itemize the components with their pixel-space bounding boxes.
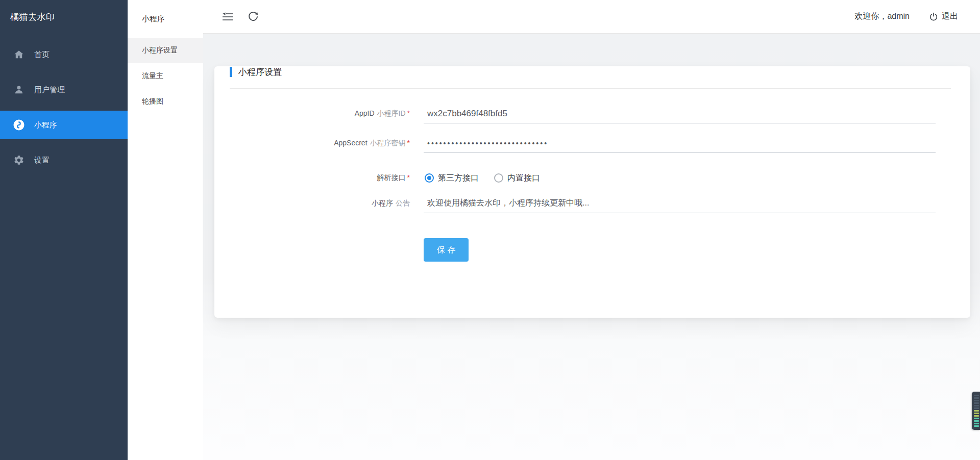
radio-selected-icon[interactable] [425, 173, 434, 183]
welcome-text: 欢迎你，admin [854, 11, 910, 22]
content-area: 小程序设置 AppID小程序ID* wx2c7bb469f48fbfd5 [203, 34, 980, 460]
form-row-appsecret: AppSecret小程序密钥* ••••••••••••••••••••••••… [230, 134, 951, 153]
required-asterisk: * [407, 139, 410, 147]
user-icon [12, 83, 26, 96]
radio-option-third-party[interactable]: 第三方接口 [425, 173, 479, 184]
submenu: 小程序 小程序设置 流量主 轮播图 [128, 0, 203, 460]
topbar: 欢迎你，admin 退出 [203, 0, 980, 34]
parse-api-radio-group: 第三方接口 内置接口 [424, 168, 936, 188]
appid-label: AppID小程序ID* [230, 109, 410, 118]
collapse-sidebar-icon[interactable] [222, 12, 233, 21]
sidebar-item-users[interactable]: 用户管理 [0, 75, 128, 104]
notice-input[interactable]: 欢迎使用橘猫去水印，小程序持续更新中哦... [424, 194, 936, 213]
page-title: 小程序设置 [238, 66, 282, 78]
submenu-header: 小程序 [128, 0, 203, 38]
settings-card: 小程序设置 AppID小程序ID* wx2c7bb469f48fbfd5 [214, 66, 970, 318]
sidebar-item-label: 首页 [34, 50, 50, 60]
form-row-appid: AppID小程序ID* wx2c7bb469f48fbfd5 [230, 104, 951, 123]
radio-unselected-icon[interactable] [494, 173, 503, 183]
notice-label: 小程序公告 [230, 199, 410, 208]
title-accent-bar [230, 67, 232, 77]
appid-value: wx2c7bb469f48fbfd5 [427, 109, 507, 119]
appsecret-value: •••••••••••••••••••••••••••••• [427, 139, 548, 147]
form-row-notice: 小程序公告 欢迎使用橘猫去水印，小程序持续更新中哦... [230, 194, 951, 213]
app-logo: 橘猫去水印 [0, 0, 128, 34]
scroll-widget [972, 392, 980, 430]
refresh-icon[interactable] [248, 11, 259, 22]
sidebar-item-home[interactable]: 首页 [0, 40, 128, 69]
sidebar: 橘猫去水印 首页 用户管理 [0, 0, 128, 460]
settings-form: AppID小程序ID* wx2c7bb469f48fbfd5 AppSecret… [230, 104, 951, 262]
title-divider [230, 88, 951, 89]
sidebar-item-miniprogram[interactable]: 小程序 [0, 111, 128, 139]
main-area: 欢迎你，admin 退出 小程序设置 [203, 0, 980, 460]
power-icon [929, 12, 938, 21]
save-button[interactable]: 保 存 [424, 238, 469, 262]
sidebar-item-label: 设置 [34, 156, 50, 165]
form-row-parse-api: 解析接口* 第三方接口 内置接口 [230, 168, 951, 188]
app-root: 橘猫去水印 首页 用户管理 [0, 0, 980, 460]
miniprogram-icon [12, 118, 26, 132]
gear-icon [12, 154, 26, 167]
appsecret-label: AppSecret小程序密钥* [230, 139, 410, 148]
logout-label: 退出 [942, 11, 958, 22]
logout-button[interactable]: 退出 [929, 11, 958, 22]
radio-option-builtin[interactable]: 内置接口 [494, 173, 540, 184]
parse-api-label: 解析接口* [230, 173, 410, 183]
card-title: 小程序设置 [230, 66, 951, 78]
notice-value: 欢迎使用橘猫去水印，小程序持续更新中哦... [427, 198, 589, 209]
submenu-item-miniprogram-settings[interactable]: 小程序设置 [128, 38, 203, 63]
sidebar-item-label: 用户管理 [34, 85, 65, 95]
required-asterisk: * [407, 109, 410, 117]
sidebar-item-settings[interactable]: 设置 [0, 146, 128, 174]
home-icon [12, 48, 26, 61]
sidebar-menu: 首页 用户管理 小程序 [0, 34, 128, 174]
submenu-item-carousel[interactable]: 轮播图 [128, 89, 203, 114]
submenu-item-traffic[interactable]: 流量主 [128, 63, 203, 89]
required-asterisk: * [407, 173, 410, 182]
sidebar-item-label: 小程序 [34, 120, 57, 130]
appsecret-input[interactable]: •••••••••••••••••••••••••••••• [424, 134, 936, 153]
appid-input[interactable]: wx2c7bb469f48fbfd5 [424, 104, 936, 123]
